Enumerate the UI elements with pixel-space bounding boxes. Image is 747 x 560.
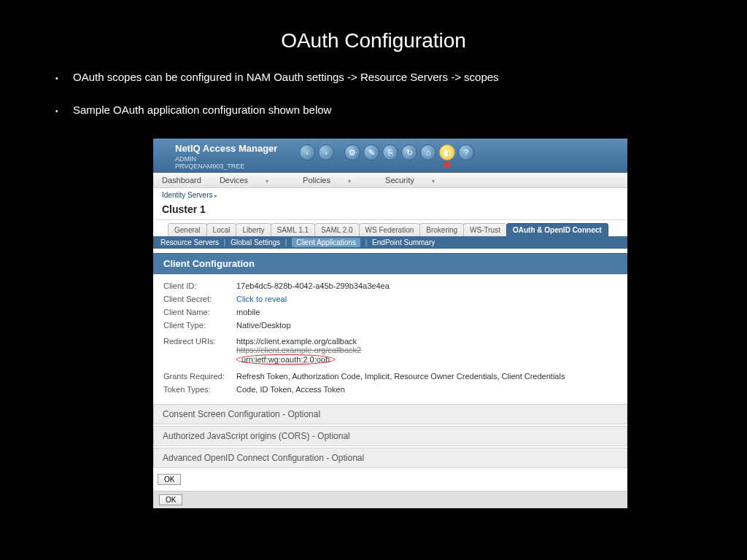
grants-value: Refresh Token, Authorization Code, Impli… — [236, 372, 617, 381]
accordion-openid[interactable]: Advanced OpenID Connect Configuration - … — [153, 448, 627, 468]
tab-wsfed[interactable]: WS Federation — [359, 223, 421, 236]
menu-devices[interactable]: Devices▾ — [220, 176, 285, 184]
tab-liberty[interactable]: Liberty — [236, 223, 271, 236]
client-secret-label: Client Secret: — [163, 295, 236, 303]
alert-flag-icon — [444, 162, 450, 168]
menu-dashboard[interactable]: Dashboard — [162, 176, 201, 184]
menu-policies[interactable]: Policies▾ — [303, 176, 367, 184]
redirect-uri-1: https://client.example.org/callback — [236, 337, 617, 346]
tab-row: General Local Liberty SAML 1.1 SAML 2.0 … — [153, 223, 627, 236]
accordion-cors[interactable]: Authorized JavaScript origins (CORS) - O… — [153, 426, 627, 446]
client-name-label: Client Name: — [163, 308, 236, 316]
tree-label: PRVQENAM903_TREE — [175, 163, 299, 170]
tab-general[interactable]: General — [168, 223, 207, 236]
alert-icon[interactable]: ◧ — [439, 144, 455, 160]
tab-saml20[interactable]: SAML 2.0 — [314, 223, 360, 236]
panel-title: Client Configuration — [153, 253, 627, 274]
nav-back-icon[interactable]: ‹ — [299, 144, 315, 160]
admin-label: ADMIN — [175, 155, 299, 163]
bullet-1: OAuth scopes can be configured in NAM Oa… — [73, 71, 703, 83]
client-name-value: mobile — [236, 308, 617, 316]
tab-saml11[interactable]: SAML 1.1 — [271, 223, 316, 236]
client-id-value: 17eb4dc5-828b-4042-a45b-299b34a3e4ea — [236, 281, 617, 290]
bullet-2: Sample OAuth application configuration s… — [73, 104, 703, 116]
app-window: NetIQ Access Manager ADMIN PRVQENAM903_T… — [153, 139, 627, 508]
redirect-uris-label: Redirect URIs: — [163, 337, 236, 346]
client-type-value: Native/Desktop — [236, 321, 617, 330]
footer-ok-button[interactable]: OK — [159, 494, 182, 505]
client-id-label: Client ID: — [163, 281, 236, 290]
tab-local[interactable]: Local — [206, 223, 237, 236]
subtab-endpoint-summary[interactable]: EndPoint Summary — [372, 238, 435, 246]
redirect-uris-values: https://client.example.org/callback http… — [236, 337, 617, 365]
header-icon-row: ‹ › ⚙ ✎ ⎘ ↻ ⌂ ◧ ? — [299, 143, 474, 168]
tokens-value: Code, ID Token, Access Token — [236, 385, 617, 394]
brand-title: NetIQ Access Manager — [175, 143, 299, 154]
breadcrumb[interactable]: Identity Servers ▸ — [153, 188, 627, 202]
redirect-uri-3-highlighted: urn:ietf:wg:oauth:2.0:oob — [236, 354, 335, 365]
subtab-client-apps[interactable]: Client Applications — [292, 238, 360, 247]
slide-title: OAuth Configuration — [0, 0, 747, 52]
ok-button[interactable]: OK — [158, 474, 181, 485]
chevron-right-icon: ▸ — [214, 192, 217, 199]
bullet-list: OAuth scopes can be configured in NAM Oa… — [0, 52, 747, 144]
client-secret-reveal[interactable]: Click to reveal — [236, 295, 617, 303]
chevron-down-icon: ▾ — [266, 178, 268, 184]
tool-icon-4[interactable]: ↻ — [401, 144, 417, 160]
subtab-row: Resource Servers | Global Settings | Cli… — [153, 236, 627, 249]
chevron-down-icon: ▾ — [432, 178, 435, 184]
tool-icon-2[interactable]: ✎ — [363, 144, 379, 160]
tab-oauth[interactable]: OAuth & OpenID Connect — [506, 223, 608, 236]
accordion-consent[interactable]: Consent Screen Configuration - Optional — [153, 404, 627, 424]
menu-security[interactable]: Security▾ — [385, 176, 451, 184]
tool-icon-3[interactable]: ⎘ — [382, 144, 398, 160]
tokens-label: Token Types: — [163, 385, 236, 394]
help-icon[interactable]: ? — [458, 144, 474, 160]
tab-wstrust[interactable]: WS-Trust — [463, 223, 507, 236]
tool-icon-1[interactable]: ⚙ — [344, 144, 360, 160]
subtab-global-settings[interactable]: Global Settings — [231, 238, 280, 246]
grants-label: Grants Required: — [163, 372, 236, 381]
nav-fwd-icon[interactable]: › — [318, 144, 334, 160]
menubar: Dashboard Devices▾ Policies▾ Security▾ — [153, 173, 627, 188]
cluster-title: Cluster 1 — [153, 202, 627, 220]
chevron-down-icon: ▾ — [348, 178, 351, 184]
subtab-resource-servers[interactable]: Resource Servers — [160, 238, 219, 246]
tab-brokering[interactable]: Brokering — [419, 223, 464, 236]
app-header: NetIQ Access Manager ADMIN PRVQENAM903_T… — [153, 139, 627, 173]
client-type-label: Client Type: — [163, 321, 236, 330]
tool-icon-5[interactable]: ⌂ — [420, 144, 436, 160]
client-config-fields: Client ID:17eb4dc5-828b-4042-a45b-299b34… — [153, 274, 627, 402]
redirect-uri-2: https://client.example.org/callback2 — [236, 346, 617, 354]
